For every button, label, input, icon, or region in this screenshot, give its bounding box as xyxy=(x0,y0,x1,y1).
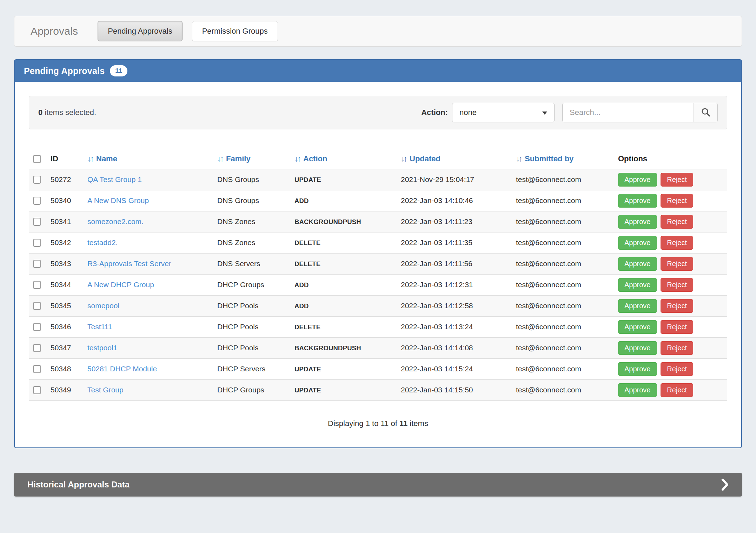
approve-button[interactable]: Approve xyxy=(618,362,657,376)
pending-approvals-table: ID ↓↑Name ↓↑Family ↓↑Action ↓↑Updated ↓↑… xyxy=(29,149,727,401)
row-submitted-by: test@6connect.com xyxy=(512,253,614,274)
chevron-right-icon xyxy=(721,479,729,491)
sort-icon: ↓↑ xyxy=(217,154,223,163)
row-select-checkbox[interactable] xyxy=(33,281,41,289)
approve-button[interactable]: Approve xyxy=(618,173,657,187)
row-action: DELETE xyxy=(294,260,320,268)
row-select-checkbox[interactable] xyxy=(33,386,41,394)
row-id: 50347 xyxy=(46,337,83,358)
row-action: ADD xyxy=(294,302,309,310)
row-action: UPDATE xyxy=(294,365,321,373)
reject-button[interactable]: Reject xyxy=(661,257,693,271)
historical-approvals-bar[interactable]: Historical Approvals Data xyxy=(14,473,742,497)
action-dropdown[interactable]: none xyxy=(452,103,555,122)
column-header-family[interactable]: ↓↑Family xyxy=(213,149,290,169)
column-header-action[interactable]: ↓↑Action xyxy=(290,149,397,169)
selected-items-status: 0 items selected. xyxy=(38,108,96,117)
row-name-link[interactable]: Test111 xyxy=(87,323,112,331)
search-input[interactable] xyxy=(563,103,694,122)
row-name-link[interactable]: somepool xyxy=(87,302,119,310)
row-select-checkbox[interactable] xyxy=(33,176,41,184)
row-name-link[interactable]: Test Group xyxy=(87,386,124,394)
row-action: BACKGROUNDPUSH xyxy=(294,218,361,225)
row-name-link[interactable]: R3-Approvals Test Server xyxy=(87,259,171,268)
row-updated: 2022-Jan-03 14:10:46 xyxy=(397,190,512,211)
approve-button[interactable]: Approve xyxy=(618,299,657,313)
action-label: Action: xyxy=(421,108,448,117)
row-select-checkbox[interactable] xyxy=(33,302,41,310)
approve-button[interactable]: Approve xyxy=(618,236,657,250)
row-submitted-by: test@6connect.com xyxy=(512,379,614,400)
row-name-link[interactable]: A New DHCP Group xyxy=(87,281,154,289)
table-row: 50272 QA Test Group 1 DNS Groups UPDATE … xyxy=(29,169,727,190)
reject-button[interactable]: Reject xyxy=(661,383,693,397)
row-submitted-by: test@6connect.com xyxy=(512,337,614,358)
reject-button[interactable]: Reject xyxy=(661,215,693,229)
row-submitted-by: test@6connect.com xyxy=(512,211,614,232)
row-name-link[interactable]: somezone2.com. xyxy=(87,217,144,225)
row-name-link[interactable]: A New DNS Group xyxy=(87,196,149,204)
approve-button[interactable]: Approve xyxy=(618,278,657,292)
row-name-link[interactable]: QA Test Group 1 xyxy=(87,175,142,183)
reject-button[interactable]: Reject xyxy=(661,320,693,334)
row-name-link[interactable]: testadd2. xyxy=(87,238,118,247)
row-action: ADD xyxy=(294,197,309,204)
table-row: 50340 A New DNS Group DNS Groups ADD 202… xyxy=(29,190,727,211)
search-button[interactable] xyxy=(694,103,717,122)
reject-button[interactable]: Reject xyxy=(661,236,693,250)
reject-button[interactable]: Reject xyxy=(661,278,693,292)
row-select-checkbox[interactable] xyxy=(33,365,41,373)
row-id: 50343 xyxy=(46,253,83,274)
table-row: 50342 testadd2. DNS Zones DELETE 2022-Ja… xyxy=(29,232,727,253)
row-family: DHCP Groups xyxy=(213,274,290,295)
approve-button[interactable]: Approve xyxy=(618,341,657,355)
reject-button[interactable]: Reject xyxy=(661,299,693,313)
row-id: 50342 xyxy=(46,232,83,253)
row-select-checkbox[interactable] xyxy=(33,344,41,352)
select-all-checkbox[interactable] xyxy=(33,155,41,163)
reject-button[interactable]: Reject xyxy=(661,341,693,355)
row-updated: 2022-Jan-03 14:12:58 xyxy=(397,295,512,316)
row-submitted-by: test@6connect.com xyxy=(512,190,614,211)
row-submitted-by: test@6connect.com xyxy=(512,358,614,379)
row-select-checkbox[interactable] xyxy=(33,197,41,205)
selected-label: items selected. xyxy=(45,108,96,117)
column-header-name[interactable]: ↓↑Name xyxy=(83,149,213,169)
row-select-checkbox[interactable] xyxy=(33,218,41,226)
row-updated: 2021-Nov-29 15:04:17 xyxy=(397,169,512,190)
row-family: DHCP Pools xyxy=(213,316,290,337)
row-select-checkbox[interactable] xyxy=(33,239,41,247)
reject-button[interactable]: Reject xyxy=(661,194,693,208)
row-action: DELETE xyxy=(294,323,320,331)
reject-button[interactable]: Reject xyxy=(661,173,693,187)
row-id: 50340 xyxy=(46,190,83,211)
approve-button[interactable]: Approve xyxy=(618,215,657,229)
page-title: Approvals xyxy=(31,25,78,37)
table-row: 50349 Test Group DHCP Groups UPDATE 2022… xyxy=(29,379,727,400)
row-name-link[interactable]: testpool1 xyxy=(87,344,117,352)
row-id: 50272 xyxy=(46,169,83,190)
table-row: 50344 A New DHCP Group DHCP Groups ADD 2… xyxy=(29,274,727,295)
reject-button[interactable]: Reject xyxy=(661,362,693,376)
row-submitted-by: test@6connect.com xyxy=(512,232,614,253)
row-submitted-by: test@6connect.com xyxy=(512,274,614,295)
row-name-link[interactable]: 50281 DHCP Module xyxy=(87,365,157,373)
pagination-suffix: items xyxy=(410,419,428,428)
table-toolbar: 0 items selected. Action: none xyxy=(29,96,727,129)
row-action: DELETE xyxy=(294,239,320,247)
approve-button[interactable]: Approve xyxy=(618,194,657,208)
approve-button[interactable]: Approve xyxy=(618,320,657,334)
column-header-submitted-by[interactable]: ↓↑Submitted by xyxy=(512,149,614,169)
row-select-checkbox[interactable] xyxy=(33,323,41,331)
row-updated: 2022-Jan-03 14:12:31 xyxy=(397,274,512,295)
row-id: 50341 xyxy=(46,211,83,232)
row-family: DNS Servers xyxy=(213,253,290,274)
column-header-updated[interactable]: ↓↑Updated xyxy=(397,149,512,169)
table-row: 50343 R3-Approvals Test Server DNS Serve… xyxy=(29,253,727,274)
approve-button[interactable]: Approve xyxy=(618,383,657,397)
row-select-checkbox[interactable] xyxy=(33,260,41,268)
tab-permission-groups[interactable]: Permission Groups xyxy=(192,21,278,41)
row-family: DNS Zones xyxy=(213,211,290,232)
tab-pending-approvals[interactable]: Pending Approvals xyxy=(98,21,182,41)
approve-button[interactable]: Approve xyxy=(618,257,657,271)
